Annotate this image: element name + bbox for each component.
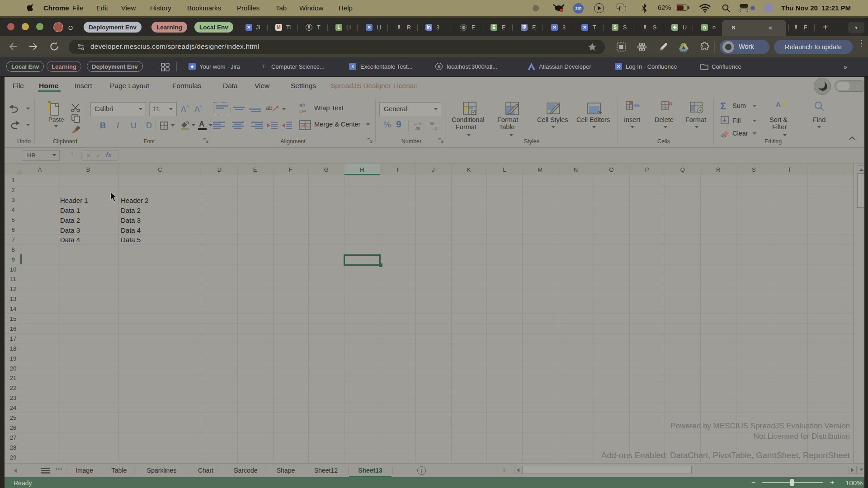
svg-text:.00: .00 [415,126,420,130]
svg-text:←.0: ←.0 [414,122,421,126]
svg-text:ab: ab [299,102,306,108]
svg-text:.00: .00 [429,122,434,126]
svg-text:→.0: →.0 [429,126,437,130]
svg-text:c↵: c↵ [299,108,307,114]
